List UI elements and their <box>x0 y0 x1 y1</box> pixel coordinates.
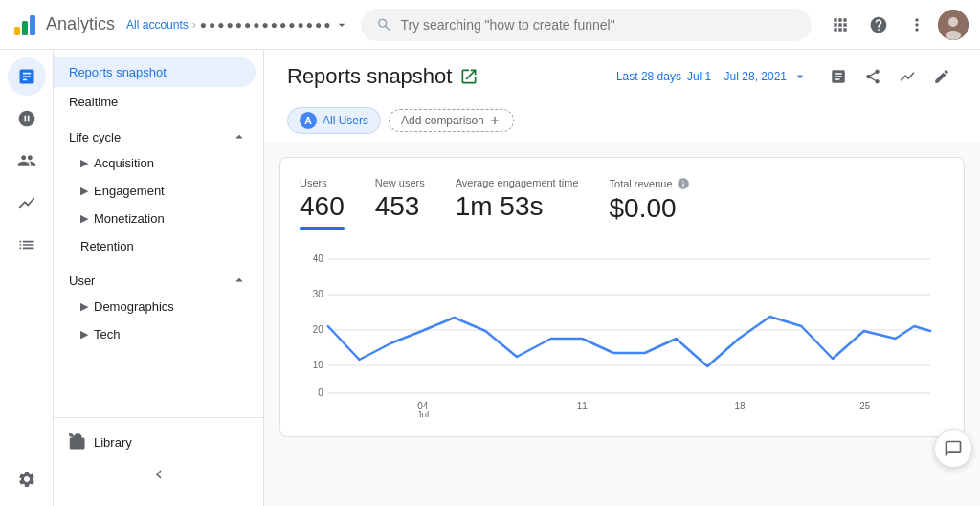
chip-label: All Users <box>323 114 368 127</box>
insights-button[interactable] <box>892 61 923 92</box>
avatar[interactable] <box>938 10 969 40</box>
svg-text:40: 40 <box>313 253 323 264</box>
metric-revenue-value: $0.00 <box>610 192 690 225</box>
sidebar-item-reports-snapshot-label: Reports snapshot <box>69 65 167 79</box>
rail-realtime-icon[interactable] <box>8 99 46 138</box>
analytics-logo <box>11 11 38 38</box>
chart-line <box>328 317 930 366</box>
library-icon <box>69 433 86 451</box>
svg-text:10: 10 <box>313 360 323 370</box>
sidebar-item-library[interactable]: Library <box>54 426 263 458</box>
metric-revenue[interactable]: Total revenue $0.00 <box>610 177 690 225</box>
svg-rect-2 <box>30 15 35 35</box>
chart-card: Users 460 New users 453 Average engageme… <box>279 157 965 437</box>
header-actions <box>823 61 957 92</box>
lifecycle-chevron-up-icon <box>231 128 248 145</box>
metric-engagement[interactable]: Average engagement time 1m 53s <box>456 177 579 223</box>
rail-list-icon[interactable] <box>8 226 46 264</box>
sidebar-item-realtime[interactable]: Realtime <box>54 87 256 117</box>
customize-report-button[interactable] <box>823 61 854 92</box>
sidebar-item-engagement[interactable]: ▶ Engagement <box>54 177 263 205</box>
sidebar-item-retention[interactable]: Retention <box>54 232 263 260</box>
sidebar-item-demographics[interactable]: ▶ Demographics <box>54 293 263 320</box>
metric-engagement-value: 1m 53s <box>456 190 579 223</box>
logo-area: Analytics <box>11 11 115 38</box>
sidebar-collapse-button[interactable] <box>54 458 263 491</box>
share-icon <box>864 68 881 85</box>
insights-icon <box>899 68 916 85</box>
date-range-chevron-icon <box>792 69 808 84</box>
rail-settings-icon[interactable] <box>8 460 46 498</box>
page-title: Reports snapshot <box>287 64 479 89</box>
sidebar: Reports snapshot Realtime Life cycle ▶ A… <box>54 50 264 506</box>
line-chart: 40 30 20 10 0 04 Jul 11 18 25 <box>300 245 945 417</box>
sidebar-item-monetization[interactable]: ▶ Monetization <box>54 205 263 232</box>
user-avatar-icon <box>938 10 969 40</box>
content-title-row: Reports snapshot Last 28 days Jul 1 – Ju… <box>287 61 957 92</box>
chevron-left-icon <box>150 466 167 483</box>
sidebar-item-realtime-label: Realtime <box>69 95 118 109</box>
more-vert-icon <box>907 15 926 34</box>
svg-point-4 <box>948 17 958 27</box>
metrics-row: Users 460 New users 453 Average engageme… <box>300 177 945 230</box>
customize-icon <box>830 68 847 85</box>
nav-icons <box>823 8 969 42</box>
user-chevron-up-icon <box>231 272 248 289</box>
metric-engagement-label: Average engagement time <box>456 177 579 188</box>
svg-rect-0 <box>14 27 20 35</box>
search-icon <box>376 16 392 33</box>
rail-lifecycle-icon[interactable] <box>8 184 46 222</box>
app-title: Analytics <box>46 14 115 34</box>
account-dropdown[interactable]: ●●●●●●●●●●●●●●● <box>200 17 350 33</box>
edit-button[interactable] <box>926 61 957 92</box>
svg-text:0: 0 <box>318 387 323 398</box>
rail-audience-icon[interactable] <box>8 142 46 180</box>
export-icon[interactable] <box>459 67 479 86</box>
metric-users-value: 460 <box>300 190 345 223</box>
breadcrumb-arrow: › <box>192 18 196 32</box>
help-icon <box>869 15 888 34</box>
sidebar-item-reports-snapshot[interactable]: Reports snapshot <box>54 57 256 87</box>
apps-icon <box>831 15 850 34</box>
share-button[interactable] <box>858 61 888 92</box>
all-users-chip[interactable]: A All Users <box>287 107 381 134</box>
add-comparison-button[interactable]: Add comparison <box>389 109 514 132</box>
svg-text:25: 25 <box>859 401 870 411</box>
svg-text:18: 18 <box>734 401 745 411</box>
help-button[interactable] <box>861 8 896 42</box>
feedback-button[interactable] <box>934 429 972 468</box>
chevron-down-icon <box>334 17 349 33</box>
main-content: Reports snapshot Last 28 days Jul 1 – Ju… <box>264 50 980 506</box>
sidebar-section-user[interactable]: User <box>54 260 263 293</box>
feedback-icon <box>944 439 963 458</box>
main-layout: Reports snapshot Realtime Life cycle ▶ A… <box>0 50 980 506</box>
all-accounts-link[interactable]: All accounts <box>126 18 189 32</box>
metric-new-users[interactable]: New users 453 <box>375 177 425 223</box>
content-header: Reports snapshot Last 28 days Jul 1 – Ju… <box>264 50 980 142</box>
svg-rect-1 <box>22 21 28 35</box>
edit-icon <box>933 68 950 85</box>
sidebar-item-acquisition[interactable]: ▶ Acquisition <box>54 149 263 177</box>
top-nav: Analytics All accounts › ●●●●●●●●●●●●●●● <box>0 0 980 50</box>
search-input[interactable] <box>400 17 796 33</box>
svg-text:20: 20 <box>313 324 323 335</box>
svg-point-5 <box>946 31 961 40</box>
metric-new-users-label: New users <box>375 177 425 188</box>
rail-reports-icon[interactable] <box>8 57 46 96</box>
add-icon <box>488 114 501 127</box>
sidebar-section-lifecycle[interactable]: Life cycle <box>54 117 263 149</box>
search-bar[interactable] <box>361 9 812 41</box>
metric-revenue-label: Total revenue <box>610 177 690 190</box>
metric-users[interactable]: Users 460 <box>300 177 345 230</box>
svg-text:11: 11 <box>577 401 588 411</box>
date-range-button[interactable]: Last 28 days Jul 1 – Jul 28, 2021 <box>609 65 815 88</box>
chart-container: 40 30 20 10 0 04 Jul 11 18 25 <box>300 245 945 417</box>
metric-new-users-value: 453 <box>375 190 425 223</box>
more-vert-button[interactable] <box>900 8 934 42</box>
left-rail <box>0 50 54 506</box>
sidebar-item-tech[interactable]: ▶ Tech <box>54 320 263 348</box>
apps-button[interactable] <box>823 8 858 42</box>
svg-text:30: 30 <box>313 289 323 299</box>
account-breadcrumb[interactable]: All accounts › ●●●●●●●●●●●●●●● <box>126 17 349 33</box>
metric-users-label: Users <box>300 177 345 188</box>
